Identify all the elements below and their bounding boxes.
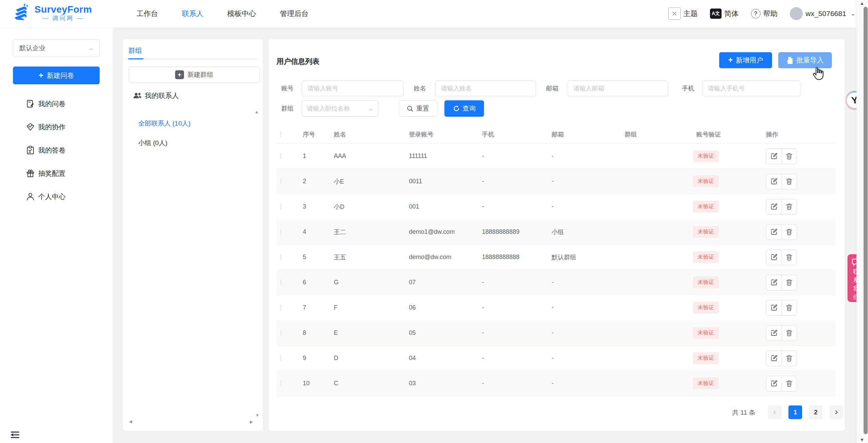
page-scrollbar[interactable]: ▲ ▼ [856,0,868,443]
delete-button[interactable] [781,148,797,164]
nav-item-2[interactable]: 模板中心 [227,9,256,18]
logo-title: SurveyForm [34,4,92,15]
group-item-1[interactable]: 小组 (0人) [138,133,190,153]
delete-button[interactable] [781,300,797,316]
row-checkbox[interactable] [281,330,281,336]
pagination-next-button[interactable] [829,405,843,419]
filter-input-3[interactable]: 请输入手机号 [702,81,800,96]
row-checkbox[interactable] [281,229,281,235]
row-checkbox[interactable] [281,203,281,210]
filter-label-2: 邮箱 [546,84,558,92]
company-select[interactable]: 默认企业 ⌄ [13,39,100,57]
sidebar-item-4[interactable]: 个人中心 [0,185,113,208]
plus-square-icon: + [175,70,184,79]
edit-button[interactable] [766,174,782,189]
logo[interactable]: SurveyForm — 调问网 — [11,3,92,24]
scroll-left-icon[interactable]: ◀ [129,419,132,424]
survey-icon [26,99,35,109]
nav-item-0[interactable]: 工作台 [137,9,158,18]
new-group-button[interactable]: + 新建群组 [129,67,260,83]
sidebar-item-0[interactable]: 我的问卷 [0,92,113,115]
scrollbar-thumb[interactable] [864,7,868,434]
help-icon: ? [751,9,760,18]
pagination-prev-button[interactable] [768,405,782,419]
select-all-checkbox[interactable] [281,131,281,138]
filter-placeholder-3: 请输入手机号 [708,84,745,92]
sidebar-item-2[interactable]: 我的答卷 [0,139,113,162]
tab-track [128,59,257,59]
scroll-up-icon[interactable]: ▲ [255,110,259,114]
delete-button[interactable] [781,224,797,240]
chevron-down-icon: ⌄ [368,105,374,112]
sidebar-item-1[interactable]: 我的协作 [0,115,113,139]
user-list-panel: 用户信息列表 + 新增用户 批量导入 账号请输入账号姓名请输入姓名邮箱请输入邮箱… [269,39,845,431]
my-contacts-node[interactable]: 我的联系人 [133,91,179,100]
user-menu[interactable]: wx_5076681 ⌄ [790,7,855,20]
filter-placeholder-1: 请输入姓名 [441,84,472,92]
edit-button[interactable] [766,148,782,164]
delete-button[interactable] [781,199,797,215]
batch-import-button[interactable]: 批量导入 [778,52,832,68]
column-header-3: 手机 [479,130,548,139]
edit-button[interactable] [766,300,782,316]
help-button[interactable]: ? 帮助 [751,9,778,18]
status-badge-unverified: 未验证 [693,150,719,162]
edit-button[interactable] [766,351,782,366]
search-label: 查询 [463,104,476,113]
delete-button[interactable] [781,174,797,189]
row-checkbox[interactable] [281,355,281,361]
edit-button[interactable] [766,325,782,341]
row-checkbox[interactable] [281,178,281,185]
edit-pencil-icon [770,254,778,261]
edit-button[interactable] [766,275,782,290]
table-row: 6 G 07 - - 未验证 [276,270,836,295]
collapse-sidebar-icon[interactable] [10,429,20,440]
status-badge-unverified: 未验证 [693,327,719,339]
edit-button[interactable] [766,224,782,240]
row-checkbox[interactable] [281,279,281,286]
row-actions [766,300,836,316]
row-checkbox[interactable] [281,304,281,311]
theme-toggle[interactable]: ✕ 主题 [668,8,698,20]
new-survey-button[interactable]: + 新建问卷 [13,67,100,84]
search-button[interactable]: 查询 [444,100,484,117]
reset-button[interactable]: 重置 [399,100,437,117]
row-checkbox[interactable] [281,254,281,260]
group-filter-select[interactable]: 请输入职位名称 ⌄ [302,100,378,117]
pagination-page-2[interactable]: 2 [809,405,823,419]
filter-input-2[interactable]: 请输入邮箱 [568,81,668,96]
main-nav: 工作台联系人模板中心管理后台 [137,0,309,27]
table-row: 1 AAA 111111 - - 未验证 [276,144,836,169]
row-checkbox[interactable] [281,380,281,387]
edit-button[interactable] [766,376,782,391]
filter-input-0[interactable]: 请输入账号 [302,81,403,96]
edit-button[interactable] [766,199,782,215]
row-actions [766,249,836,265]
group-item-0[interactable]: 全部联系人 (10人) [138,114,190,133]
top-bar: SurveyForm — 调问网 — 工作台联系人模板中心管理后台 ✕ 主题 A… [0,0,868,28]
edit-button[interactable] [766,249,782,265]
scroll-right-icon[interactable]: ▶ [250,420,253,424]
delete-button[interactable] [781,351,797,366]
delete-button[interactable] [781,275,797,290]
avatar [790,7,803,20]
sidebar-item-3[interactable]: 抽奖配置 [0,162,113,185]
filter-input-1[interactable]: 请输入姓名 [435,81,536,96]
nav-item-3[interactable]: 管理后台 [280,9,309,18]
delete-button[interactable] [781,376,797,391]
tab-groups[interactable]: 群组 [128,46,142,55]
nav-item-1[interactable]: 联系人 [182,9,203,18]
edit-pencil-icon [770,153,778,160]
add-user-button[interactable]: + 新增用户 [719,52,772,68]
scrollbar-down-icon[interactable]: ▼ [860,437,864,442]
row-checkbox[interactable] [281,153,281,159]
logo-icon [11,3,31,24]
pagination-page-1[interactable]: 1 [788,405,802,419]
delete-button[interactable] [781,325,797,341]
scrollbar-up-icon[interactable]: ▲ [860,1,864,6]
theme-icon: ✕ [668,8,681,20]
scroll-down-icon[interactable]: ▼ [255,413,259,417]
table-row: 5 王五 demo@dw.com 18888888888 默认群组 未验证 [276,245,836,270]
delete-button[interactable] [781,249,797,265]
language-switch[interactable]: A文 简体 [710,9,739,19]
